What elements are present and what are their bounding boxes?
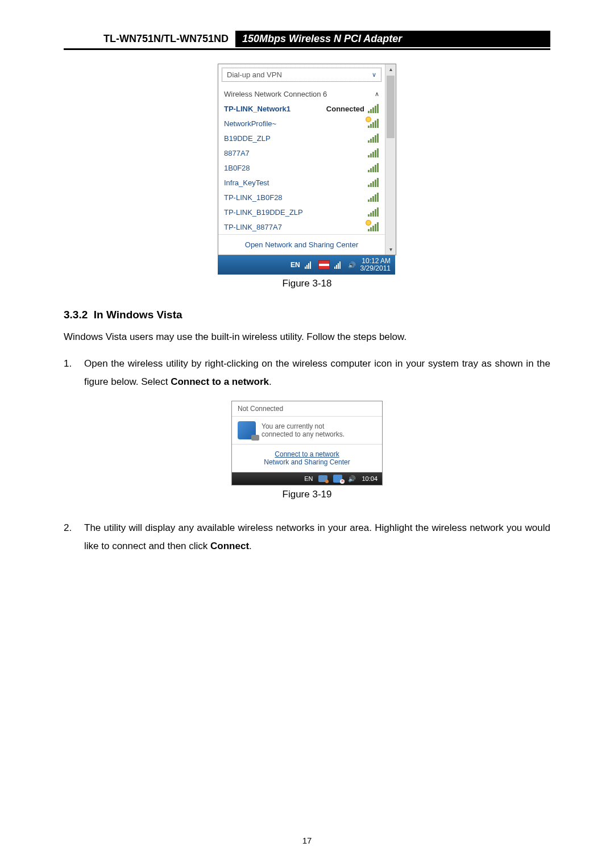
connect-to-network-link[interactable]: Connect to a network: [238, 450, 376, 458]
language-indicator[interactable]: EN: [304, 475, 313, 482]
header-product: 150Mbps Wireless N PCI Adapter: [235, 31, 550, 47]
network-item[interactable]: NetworkProfile~: [218, 116, 385, 131]
not-connected-message: You are currently not connected to any n…: [232, 417, 382, 445]
network-item[interactable]: B19DDE_ZLP: [218, 131, 385, 146]
figure-caption: Figure 3-18: [283, 278, 332, 289]
scrollbar[interactable]: ▴ ▾: [385, 64, 396, 255]
wifi-signal-icon: [368, 207, 379, 217]
not-connected-header: Not Connected: [232, 401, 382, 417]
volume-icon[interactable]: [348, 261, 356, 269]
header-model: TL-WN751N/TL-WN751ND: [64, 31, 235, 47]
figure-3-19: Not Connected You are currently not conn…: [64, 401, 550, 509]
taskbar-clock[interactable]: 10:12 AM 3/29/2011: [360, 258, 391, 272]
step-2: 2. The utility will display any availabl…: [64, 519, 550, 556]
network-center-icon: [238, 421, 256, 439]
shield-sun-icon: [366, 117, 371, 122]
figure-caption: Figure 3-19: [283, 489, 332, 500]
wifi-signal-icon: [368, 148, 379, 157]
step-list: 1. Open the wireless utility by right-cl…: [64, 355, 550, 392]
network-item[interactable]: TP-LINK_B19DDE_ZLP: [218, 205, 385, 219]
network-name: TP-LINK_1B0F28: [224, 193, 368, 202]
input-indicator-icon[interactable]: [318, 475, 327, 482]
shield-sun-icon: [366, 220, 371, 226]
network-item[interactable]: TP-LINK_1B0F28: [218, 190, 385, 205]
network-name: TP-LINK_Network1: [224, 105, 326, 113]
chevron-up-icon: ∧: [375, 90, 379, 98]
wifi-signal-icon: [368, 134, 379, 143]
figure-3-18: Dial-up and VPN ∨ Wireless Network Conne…: [64, 64, 550, 298]
signal-tray-icon[interactable]: [305, 261, 314, 269]
wifi-signal-icon: [368, 222, 379, 231]
scroll-up-icon[interactable]: ▴: [385, 64, 396, 74]
network-tray-icon[interactable]: [334, 261, 343, 269]
dialup-vpn-row[interactable]: Dial-up and VPN ∨: [222, 68, 381, 82]
wifi-signal-icon: [368, 163, 379, 172]
page-number: 17: [0, 836, 614, 845]
step-list-2: 2. The utility will display any availabl…: [64, 519, 550, 556]
wifi-signal-icon: [368, 178, 379, 187]
chevron-down-icon: ∨: [372, 71, 376, 78]
network-tray-icon[interactable]: [333, 475, 342, 483]
network-item[interactable]: TP-LINK_8877A7: [218, 219, 385, 234]
network-name: TP-LINK_8877A7: [224, 223, 368, 231]
dialup-label: Dial-up and VPN: [227, 70, 282, 79]
language-indicator[interactable]: EN: [291, 261, 300, 269]
network-item[interactable]: TP-LINK_Network1Connected: [218, 101, 385, 116]
vista-links: Connect to a network Network and Sharing…: [232, 445, 382, 472]
connection-status: Connected: [326, 105, 364, 113]
wireless-connection-header[interactable]: Wireless Network Connection 6 ∧: [218, 85, 385, 101]
wifi-signal-icon: [368, 104, 379, 113]
action-center-icon[interactable]: [318, 260, 330, 269]
network-name: 1B0F28: [224, 164, 368, 172]
network-name: B19DDE_ZLP: [224, 134, 368, 143]
scroll-thumb[interactable]: [387, 76, 395, 138]
wifi-signal-icon: [368, 193, 379, 202]
step-1: 1. Open the wireless utility by right-cl…: [64, 355, 550, 392]
win7-taskbar: EN 10:12 AM 3/29/2011: [218, 255, 395, 275]
page-header: TL-WN751N/TL-WN751ND 150Mbps Wireless N …: [64, 31, 550, 50]
network-name: 8877A7: [224, 149, 368, 157]
open-network-center-link[interactable]: Open Network and Sharing Center: [218, 234, 385, 255]
scroll-down-icon[interactable]: ▾: [385, 244, 396, 255]
network-name: NetworkProfile~: [224, 119, 368, 128]
network-item[interactable]: Infra_KeyTest: [218, 175, 385, 190]
vista-taskbar: EN 10:04: [232, 472, 382, 485]
intro-paragraph: Windows Vista users may use the built-in…: [64, 329, 550, 344]
wifi-signal-icon: [368, 119, 379, 128]
network-item[interactable]: 8877A7: [218, 146, 385, 160]
network-item[interactable]: 1B0F28: [218, 160, 385, 175]
network-sharing-center-link[interactable]: Network and Sharing Center: [238, 458, 376, 466]
win7-network-popup: Dial-up and VPN ∨ Wireless Network Conne…: [218, 64, 396, 255]
network-name: Infra_KeyTest: [224, 178, 368, 187]
taskbar-clock[interactable]: 10:04: [362, 475, 377, 482]
connection-name: Wireless Network Connection 6: [224, 90, 375, 98]
vista-network-popup: Not Connected You are currently not conn…: [231, 401, 383, 485]
network-name: TP-LINK_B19DDE_ZLP: [224, 208, 368, 217]
section-heading: 3.3.2 In Windows Vista: [64, 309, 550, 321]
document-page: TL-WN751N/TL-WN751ND 150Mbps Wireless N …: [0, 0, 614, 868]
volume-icon[interactable]: [348, 475, 356, 483]
